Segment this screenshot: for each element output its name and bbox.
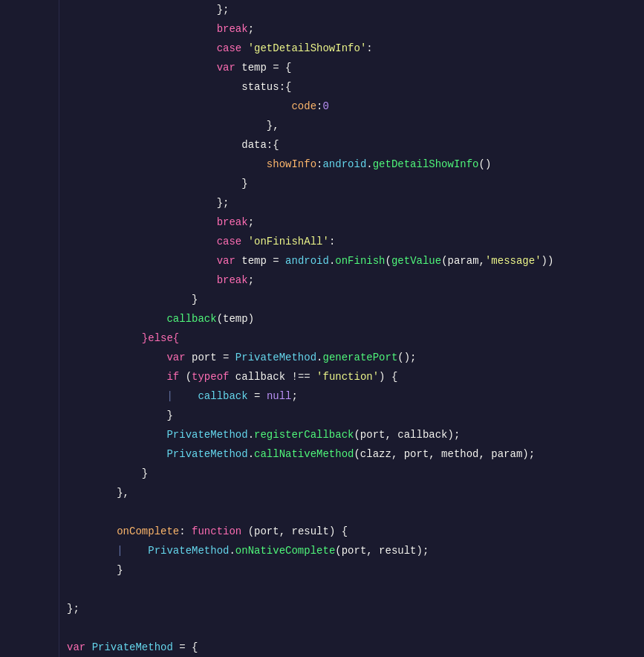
- code-token: callback !==: [229, 367, 316, 386]
- code-token: }: [67, 290, 198, 309]
- code-token: var: [217, 251, 235, 271]
- code-token: [67, 541, 117, 560]
- code-token: :: [179, 522, 192, 541]
- code-token: [67, 232, 217, 251]
- code-token: 'getDetailShowInfo': [248, 39, 367, 58]
- code-line: };: [67, 599, 644, 618]
- code-token: [67, 522, 117, 541]
- code-token: [67, 348, 166, 367]
- code-token: [67, 213, 217, 232]
- code-token: (port, result);: [335, 541, 429, 560]
- code-token: [67, 309, 166, 328]
- code-token: [67, 618, 73, 638]
- code-line: code:0: [67, 97, 644, 116]
- code-line: }: [67, 560, 644, 580]
- code-token: PrivateMethod: [92, 638, 173, 657]
- code-editor: }; break; case 'getDetailShowInfo': var …: [0, 0, 644, 657]
- code-token: [67, 97, 291, 116]
- code-token: PrivateMethod: [166, 425, 247, 444]
- code-line: [67, 580, 644, 599]
- code-token: status:{: [67, 77, 291, 97]
- code-token: [67, 367, 166, 386]
- code-line: }: [67, 290, 644, 309]
- code-token: [67, 328, 142, 348]
- code-token: :: [316, 97, 322, 116]
- code-token: (clazz, port, method, param);: [354, 444, 535, 464]
- code-token: onComplete: [117, 522, 179, 541]
- code-token: .: [316, 348, 322, 367]
- code-token: (): [479, 155, 492, 174]
- code-token: =: [248, 386, 267, 406]
- code-line: }: [67, 464, 644, 483]
- code-token: |: [117, 541, 123, 560]
- code-token: port =: [186, 348, 235, 367]
- code-line: }: [67, 406, 644, 425]
- code-line: break;: [67, 271, 644, 290]
- code-token: onFinish: [335, 251, 385, 271]
- code-line: PrivateMethod.callNativeMethod(clazz, po…: [67, 444, 644, 464]
- code-token: 'message': [485, 251, 541, 271]
- code-token: android: [322, 155, 366, 174]
- code-line: | PrivateMethod.onNativeComplete(port, r…: [67, 541, 644, 560]
- code-line: };: [67, 0, 644, 19]
- code-token: |: [166, 386, 172, 406]
- code-token: (port, callback);: [354, 425, 460, 444]
- code-token: [67, 444, 166, 464]
- code-line: }else{: [67, 328, 644, 348]
- code-line: onComplete: function (port, result) {: [67, 522, 644, 541]
- code-line: data:{: [67, 135, 644, 155]
- code-token: };: [67, 599, 79, 618]
- code-token: (param,: [441, 251, 485, 271]
- code-token: },: [67, 116, 279, 135]
- code-token: onNativeComplete: [235, 541, 335, 560]
- code-token: [241, 39, 247, 58]
- code-token: callNativeMethod: [254, 444, 354, 464]
- code-line: break;: [67, 19, 644, 39]
- code-token: typeof: [192, 367, 229, 386]
- code-token: [67, 58, 217, 77]
- code-line: break;: [67, 213, 644, 232]
- code-token: [67, 19, 217, 39]
- code-token: getDetailShowInfo: [373, 155, 479, 174]
- code-token: (: [386, 251, 391, 271]
- code-token: function: [192, 522, 241, 541]
- code-line: callback(temp): [67, 309, 644, 328]
- code-line: [67, 502, 644, 522]
- code-line: },: [67, 483, 644, 502]
- code-token: 'onFinishAll': [248, 232, 329, 251]
- code-token: var: [217, 58, 235, 77]
- code-token: :: [316, 155, 322, 174]
- code-token: ();: [397, 348, 416, 367]
- code-line: case 'getDetailShowInfo':: [67, 39, 644, 58]
- code-token: (: [179, 367, 192, 386]
- code-line: case 'onFinishAll':: [67, 232, 644, 251]
- code-token: (temp): [217, 309, 254, 328]
- code-token: }: [67, 464, 148, 483]
- code-token: .: [366, 155, 372, 174]
- code-content: }; break; case 'getDetailShowInfo': var …: [59, 0, 644, 657]
- code-line: var temp = {: [67, 58, 644, 77]
- code-token: var: [67, 638, 85, 657]
- code-line: }: [67, 174, 644, 193]
- code-token: temp = {: [235, 58, 292, 77]
- code-line: };: [67, 193, 644, 213]
- code-token: [241, 232, 247, 251]
- code-token: },: [67, 483, 129, 502]
- code-token: case: [217, 232, 242, 251]
- code-token: 'function': [316, 367, 379, 386]
- code-line: if (typeof callback !== 'function') {: [67, 367, 644, 386]
- line-gutter: [0, 0, 59, 657]
- code-token: }else{: [142, 328, 179, 348]
- code-token: [67, 271, 217, 290]
- code-line: var PrivateMethod = {: [67, 638, 644, 657]
- code-token: PrivateMethod: [235, 348, 316, 367]
- code-token: showInfo: [267, 155, 316, 174]
- code-token: }: [67, 560, 123, 580]
- code-token: )): [541, 251, 554, 271]
- code-token: temp =: [235, 251, 285, 271]
- code-token: break: [217, 271, 248, 290]
- code-token: generatePort: [322, 348, 397, 367]
- code-token: null: [267, 386, 292, 406]
- code-token: [67, 425, 166, 444]
- code-token: [67, 155, 267, 174]
